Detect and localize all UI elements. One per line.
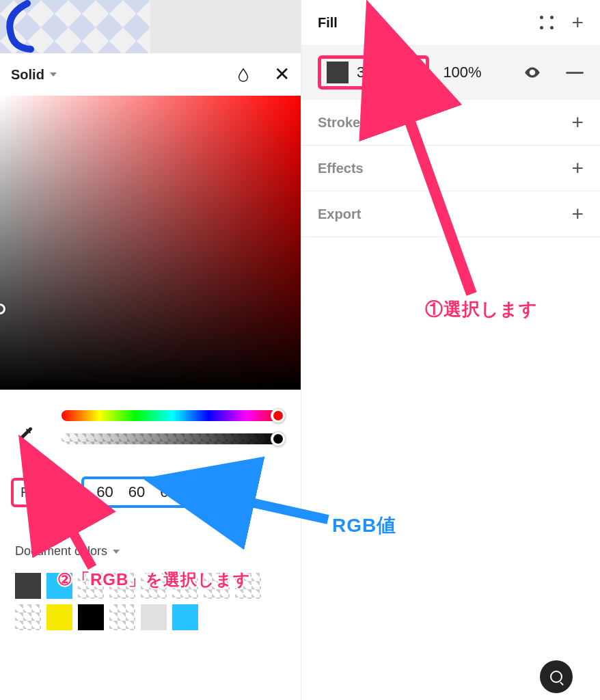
properties-panel: Fill + 3C3C3C 100% Stroke + Effects + Ex… — [301, 0, 600, 700]
sliders — [0, 402, 301, 444]
fill-section-label: Fill — [318, 15, 540, 31]
fill-swatch — [327, 62, 349, 83]
alpha-input[interactable]: 100% — [207, 483, 245, 501]
fill-opacity-input[interactable]: 100% — [443, 64, 481, 81]
stroke-label: Stroke — [318, 115, 571, 131]
rgb-g-input[interactable]: 60 — [128, 483, 145, 501]
chevron-down-icon — [50, 72, 57, 77]
add-effect-button[interactable]: + — [571, 158, 584, 178]
add-export-button[interactable]: + — [571, 204, 584, 224]
export-label: Export — [318, 206, 571, 222]
blend-drop-icon[interactable] — [236, 67, 251, 82]
chevron-down-icon — [55, 490, 62, 494]
swatch[interactable] — [15, 573, 41, 599]
document-colors-label: Document colors — [15, 544, 107, 558]
swatch[interactable] — [46, 604, 72, 630]
annotation-step1: ①選択します — [425, 297, 538, 321]
alpha-slider[interactable] — [62, 433, 284, 444]
hue-thumb[interactable] — [271, 408, 286, 423]
close-icon[interactable]: ✕ — [274, 65, 290, 84]
rgb-b-input[interactable]: 60 — [160, 483, 176, 501]
color-values-row: RGB 60 60 60 100% — [11, 472, 290, 513]
hue-slider[interactable] — [62, 410, 284, 421]
saturation-value-field[interactable] — [0, 96, 301, 390]
effects-section: Effects + — [301, 146, 600, 191]
fill-section-header: Fill + — [301, 0, 600, 46]
visibility-toggle-icon[interactable] — [523, 64, 541, 81]
color-mode-dropdown[interactable]: RGB — [11, 478, 72, 507]
swatch[interactable] — [172, 604, 198, 630]
swatch[interactable] — [109, 604, 135, 630]
color-mode-label: RGB — [21, 485, 50, 500]
annotation-rgb: RGB値 — [332, 513, 396, 539]
svg-point-0 — [531, 71, 534, 74]
swatch[interactable] — [15, 604, 41, 630]
effects-label: Effects — [318, 161, 571, 176]
rgb-r-input[interactable]: 60 — [96, 483, 113, 501]
fill-row: 3C3C3C 100% — [301, 46, 600, 100]
fill-type-dropdown[interactable]: Solid — [11, 67, 57, 83]
export-section: Export + — [301, 191, 600, 237]
annotation-step2: ②「RGB」を選択します — [57, 569, 251, 591]
document-colors-header[interactable]: Document colors — [15, 544, 120, 558]
styles-icon[interactable] — [540, 16, 554, 29]
help-search-fab[interactable] — [540, 660, 573, 693]
brush-stroke-icon — [0, 0, 48, 53]
fill-hex-input[interactable]: 3C3C3C — [357, 64, 416, 81]
rgb-values: 60 60 60 — [81, 476, 191, 508]
add-fill-button[interactable]: + — [571, 12, 584, 33]
sv-handle[interactable] — [0, 304, 5, 314]
alpha-thumb[interactable] — [271, 431, 286, 446]
add-stroke-button[interactable]: + — [571, 112, 584, 133]
fill-color-button[interactable]: 3C3C3C — [318, 55, 429, 90]
remove-fill-button[interactable] — [566, 72, 584, 74]
color-picker-panel: Solid ✕ RGB 60 60 60 100% — [0, 0, 301, 700]
swatch[interactable] — [141, 604, 167, 630]
canvas-preview — [0, 0, 301, 53]
swatch[interactable] — [78, 604, 104, 630]
stroke-section: Stroke + — [301, 100, 600, 146]
chevron-down-icon — [113, 550, 120, 554]
picker-header: Solid ✕ — [0, 53, 301, 96]
fill-type-label: Solid — [11, 67, 44, 83]
